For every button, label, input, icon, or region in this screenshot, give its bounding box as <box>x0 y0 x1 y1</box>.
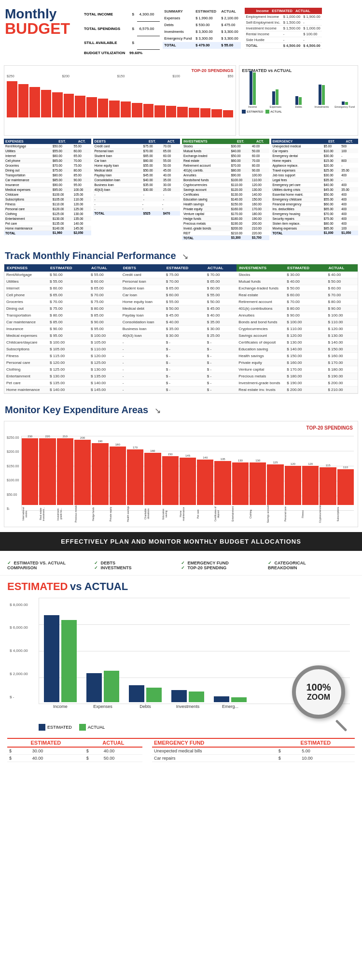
actual-header: ACTUAL <box>219 8 240 14</box>
ev-emergency-est-bar <box>214 696 229 702</box>
large-bar <box>302 466 319 505</box>
small-bar <box>98 99 109 117</box>
small-bar <box>52 92 63 117</box>
large-bar-wrap: 145 <box>180 435 196 505</box>
feature-3: ✓ EMERGENCY FUND ✓ TOP-20 SPENDING <box>181 561 268 570</box>
small-bar <box>7 81 17 117</box>
legend-blue-box <box>39 724 45 731</box>
charts-row: TOP-20 SPENDINGS $250 $200 $150 $100 $50… <box>0 62 362 139</box>
budget-util-label: BUDGET UTILIZATION 99.60% <box>82 49 160 56</box>
top20-title: TOP-20 SPENDINGS <box>7 68 233 73</box>
dark-banner-title: EFFECTIVELY PLAN AND MONITOR MONTHLY BUD… <box>10 538 352 545</box>
dark-banner: EFFECTIVELY PLAN AND MONITOR MONTHLY BUD… <box>0 532 362 551</box>
legend-estimated: ESTIMATED <box>39 724 72 731</box>
ev-expenses-est-bar <box>86 673 102 702</box>
ev-y-axis: $ 8,000.00 $ 6,000.00 $ 4,000.00 $ 2,000… <box>10 603 28 699</box>
small-bar <box>18 84 29 117</box>
large-bar-wrap: 140 <box>197 435 213 505</box>
ev-small-bars: IncomeExpensesDebtsInvestmentsEmergency … <box>242 74 355 108</box>
legend-act-label: ACTUAL <box>88 725 105 730</box>
ev-small-group: Investments <box>311 71 333 108</box>
small-bar <box>29 87 40 117</box>
large-bar <box>320 467 336 505</box>
small-bar <box>154 105 165 117</box>
ev-chart-wrapper: $ 8,000.00 $ 6,000.00 $ 4,000.00 $ 2,000… <box>7 598 355 733</box>
large-bar <box>214 461 231 505</box>
small-bar <box>86 97 97 117</box>
total-spendings-label: TOTAL SPENDINGS <box>82 21 130 36</box>
check-icon-1: ✓ <box>7 561 11 565</box>
large-bar <box>92 443 108 505</box>
ev-small-group: Income <box>242 71 263 108</box>
large-bar <box>39 438 56 505</box>
ev-debts-act-bar <box>146 688 162 702</box>
large-bar-wrap: 130 <box>232 435 249 505</box>
large-bar <box>197 460 213 505</box>
ev-emergency-act-bar <box>231 697 247 702</box>
ev-expenses-label: Expenses <box>93 704 112 709</box>
small-bar <box>109 101 120 117</box>
total-spendings-val: 6,575.00 <box>137 21 160 36</box>
magnifier-handle <box>335 720 348 732</box>
small-bar <box>189 108 199 117</box>
ev-expenses-group: Expenses <box>86 671 119 709</box>
large-bar-wrap: 210 <box>57 435 73 505</box>
small-bar <box>41 90 52 117</box>
large-bar-wrap: 110 <box>337 435 354 505</box>
investments-mini-table: INVESTMENTS EST. ACT. Stocks$30.0040.00 … <box>182 139 269 240</box>
large-bar-wrap: 190 <box>92 435 108 505</box>
large-bars-container: 2302202102001901801701601501451401351301… <box>22 435 354 505</box>
section3-arrow: ↘ <box>154 406 161 415</box>
ev-small-group: Expenses <box>265 71 286 108</box>
total-income-label: TOTAL INCOME <box>82 7 130 21</box>
small-bar <box>223 110 234 117</box>
large-bar-wrap: 125 <box>267 435 283 505</box>
ev-title: ESTIMATED vs ACTUAL <box>7 580 355 593</box>
small-bar <box>166 106 177 117</box>
section3-divider: Monitor Key Expenditure Areas ↘ <box>0 399 362 418</box>
ev-investments-group: Investments <box>171 690 204 709</box>
logo-area: Monthly BUDGET <box>5 7 82 58</box>
large-bar-wrap: 200 <box>74 435 91 505</box>
magnifier-text2: ZOOM <box>307 693 330 702</box>
emergency-bottom-table: EMERGENCY FUND ESTIMATED Unexpected medi… <box>152 739 355 762</box>
large-bar <box>22 438 38 505</box>
small-bar <box>121 101 131 117</box>
large-bar <box>337 469 354 505</box>
legend-est-label: ESTIMATED <box>47 725 72 730</box>
ev-debts-group: Debts <box>129 685 162 709</box>
large-bar <box>180 458 196 505</box>
large-bar <box>267 464 283 505</box>
ev-title-act: ACTUAL <box>84 580 128 592</box>
feature-4: ✓ CATEGORICALBREAKDOWN <box>268 561 355 570</box>
top20-bars <box>7 79 233 117</box>
logo-budget: BUDGET <box>5 21 82 36</box>
large-bar <box>250 462 266 505</box>
expenses-row-label: Expenses <box>163 14 193 21</box>
performance-table: EXPENSES ESTIMATED ACTUAL DEBTS ESTIMATE… <box>4 264 358 394</box>
small-bar <box>132 103 142 117</box>
summary-label: SUMMARY <box>163 8 193 14</box>
feature-1: ✓ ESTIMATED VS. ACTUALCOMPARISON <box>7 561 94 570</box>
ev-small-group: Debts <box>288 71 309 108</box>
debts-mini-table: DEBTS EST. ACT. Credit card$75.0070.00 P… <box>93 139 181 240</box>
section2-arrow: ↘ <box>182 252 188 260</box>
check-icon-5: ✓ <box>181 565 185 570</box>
ev-emergency-label: Emerg... <box>222 704 238 709</box>
large-bar-wrap: 170 <box>127 435 143 505</box>
large-bar-wrap: 150 <box>162 435 179 505</box>
ev-debts-est-bar <box>129 685 144 702</box>
estimated-header: ESTIMATED <box>193 8 219 14</box>
large-bar <box>162 456 179 505</box>
check-icon-2: ✓ <box>94 561 98 565</box>
small-bar <box>211 109 222 117</box>
legend-green-box <box>79 724 86 731</box>
emergency-mini-table: EMERGENCY EST. ACT. Unexpected medical$5… <box>271 139 359 240</box>
small-tables-section: EXPENSES EST. ACT. Rent/Mortgage$50.0055… <box>0 139 362 243</box>
bottom-right-table: EMERGENCY FUND ESTIMATED Unexpected medi… <box>152 739 355 762</box>
small-bar <box>64 94 74 117</box>
ev-legend: ESTIMATED ACTUAL <box>39 724 105 731</box>
ev-income-group: Income <box>44 615 77 709</box>
large-bar-chart: TOP-20 SPENDINGS $250.00 $200.00 $150.00… <box>4 421 358 527</box>
small-bar <box>177 107 188 117</box>
